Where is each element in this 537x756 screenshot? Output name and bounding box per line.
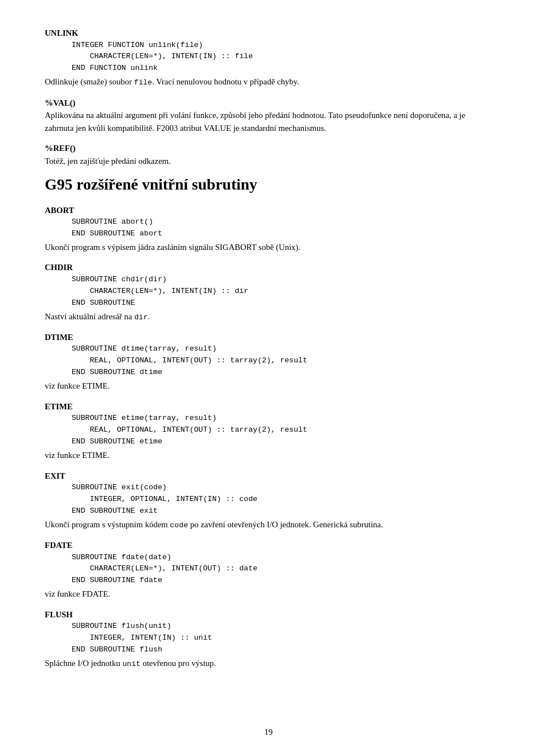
chdir-code: SUBROUTINE chdir(dir) CHARACTER(LEN=*), … <box>72 274 492 309</box>
unlink-file-inline: file <box>134 78 152 87</box>
unlink-heading: UNLINK <box>45 27 492 40</box>
page: UNLINK INTEGER FUNCTION unlink(file) CHA… <box>0 0 537 756</box>
flush-section: FLUSH SUBROUTINE flush(unit) INTEGER, IN… <box>45 608 492 670</box>
flush-heading: FLUSH <box>45 608 492 621</box>
abort-section: ABORT SUBROUTINE abort() END SUBROUTINE … <box>45 204 492 254</box>
etime-section: ETIME SUBROUTINE etime(tarray, result) R… <box>45 400 492 462</box>
val-heading: %VAL() <box>45 97 492 110</box>
flush-desc: Spláchne I/O jednotku unit otevřenou pro… <box>45 657 492 670</box>
chdir-desc: Naství aktuální adresář na dir. <box>45 310 492 323</box>
page-number: 19 <box>265 726 273 739</box>
val-section: %VAL() Aplikována na aktuální argument p… <box>45 97 492 135</box>
chdir-heading: CHDIR <box>45 261 492 274</box>
dtime-section: DTIME SUBROUTINE dtime(tarray, result) R… <box>45 331 492 393</box>
abort-heading: ABORT <box>45 204 492 217</box>
dtime-code: SUBROUTINE dtime(tarray, result) REAL, O… <box>72 343 492 379</box>
abort-desc: Ukončí program s výpisem jádra zasláním … <box>45 241 492 254</box>
etime-heading: ETIME <box>45 400 492 413</box>
exit-code-inline: code <box>170 521 188 530</box>
fdate-heading: FDATE <box>45 539 492 552</box>
exit-heading: EXIT <box>45 470 492 483</box>
ref-desc: Totéž, jen zajišťuje předání odkazem. <box>45 155 492 168</box>
fdate-code: SUBROUTINE fdate(date) CHARACTER(LEN=*),… <box>72 552 492 587</box>
chapter-title: G95 rozšířené vnitřní subrutiny <box>45 175 492 194</box>
unlink-code: INTEGER FUNCTION unlink(file) CHARACTER(… <box>72 40 492 75</box>
etime-code: SUBROUTINE etime(tarray, result) REAL, O… <box>72 413 492 448</box>
etime-desc: viz funkce ETIME. <box>45 449 492 462</box>
unlink-section: UNLINK INTEGER FUNCTION unlink(file) CHA… <box>45 27 492 89</box>
exit-code: SUBROUTINE exit(code) INTEGER, OPTIONAL,… <box>72 482 492 517</box>
unlink-desc: Odlinkuje (smaže) soubor file. Vrací nen… <box>45 75 492 88</box>
abort-code: SUBROUTINE abort() END SUBROUTINE abort <box>72 216 492 240</box>
ref-section: %REF() Totéž, jen zajišťuje předání odka… <box>45 142 492 167</box>
exit-desc: Ukončí program s výstupním kódem code po… <box>45 518 492 531</box>
ref-heading: %REF() <box>45 142 492 155</box>
fdate-section: FDATE SUBROUTINE fdate(date) CHARACTER(L… <box>45 539 492 601</box>
flush-unit-inline: unit <box>123 660 140 668</box>
dtime-heading: DTIME <box>45 331 492 344</box>
chdir-section: CHDIR SUBROUTINE chdir(dir) CHARACTER(LE… <box>45 261 492 323</box>
chdir-dir-inline: dir <box>134 313 148 322</box>
fdate-desc: viz funkce FDATE. <box>45 588 492 601</box>
exit-section: EXIT SUBROUTINE exit(code) INTEGER, OPTI… <box>45 470 492 532</box>
flush-code: SUBROUTINE flush(unit) INTEGER, INTENT(I… <box>72 621 492 656</box>
dtime-desc: viz funkce ETIME. <box>45 380 492 393</box>
val-desc: Aplikována na aktuální argument při volá… <box>45 109 492 134</box>
